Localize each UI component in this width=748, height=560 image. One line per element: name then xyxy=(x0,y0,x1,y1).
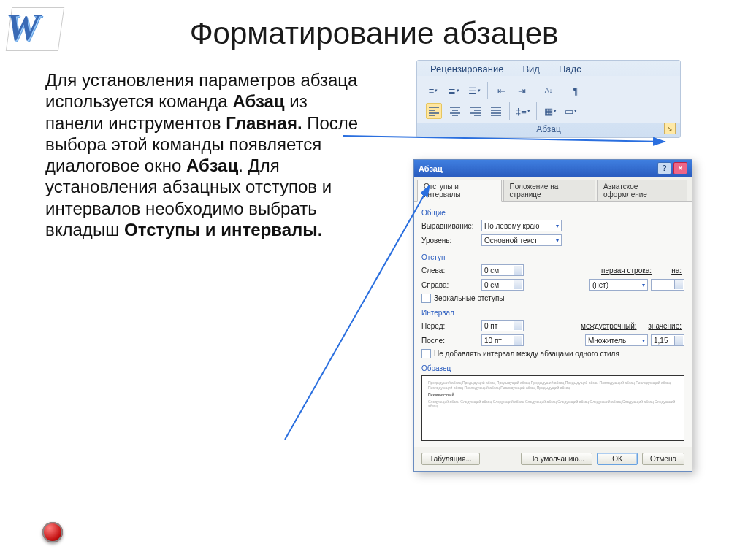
shading-icon[interactable]: ▦ xyxy=(543,104,557,118)
align-right-icon[interactable] xyxy=(468,104,483,118)
align-center-icon[interactable] xyxy=(448,104,462,118)
group-spacing: Интервал xyxy=(421,309,684,317)
special-indent-select[interactable]: (нет) xyxy=(589,279,648,291)
borders-icon[interactable]: ▭ xyxy=(563,104,578,118)
mirror-indents-checkbox[interactable]: Зеркальные отступы xyxy=(421,294,684,303)
default-button[interactable]: По умолчанию... xyxy=(521,453,592,465)
sort-icon[interactable]: А↓ xyxy=(541,83,556,98)
cancel-button[interactable]: Отмена xyxy=(642,453,684,465)
paragraph-dialog: Абзац ? × Отступы и интервалы Положение … xyxy=(413,159,692,472)
ribbon-group-label: Абзац xyxy=(536,124,561,134)
ribbon-paragraph-group: Рецензирование Вид Надс ≡ ≣ ☰ ⇤ ⇥ А↓ ¶ xyxy=(416,60,681,138)
dont-add-space-checkbox[interactable]: Не добавлять интервал между абзацами одн… xyxy=(421,349,684,358)
ribbon-tab-addins[interactable]: Надс xyxy=(559,64,581,74)
space-before-input[interactable]: 0 пт▴▾ xyxy=(481,320,524,331)
special-indent-value-input[interactable]: ▴▾ xyxy=(651,279,684,291)
bullets-icon[interactable]: ≡ xyxy=(426,83,440,98)
line-spacing-icon[interactable]: ‡≡ xyxy=(516,104,530,118)
group-sample: Образец xyxy=(421,364,684,372)
multilevel-list-icon[interactable]: ☰ xyxy=(467,83,481,98)
tab-line-page-breaks[interactable]: Положение на странице xyxy=(503,180,595,201)
ribbon-tab-view[interactable]: Вид xyxy=(522,64,540,74)
line-spacing-value-input[interactable]: 1,15▴▾ xyxy=(651,334,684,346)
record-indicator-icon xyxy=(42,522,63,542)
tab-indents-spacing[interactable]: Отступы и интервалы xyxy=(417,180,502,202)
alignment-select[interactable]: По левому краю xyxy=(481,220,562,231)
body-paragraph: Для установления параметров абзаца испол… xyxy=(45,69,359,240)
space-after-input[interactable]: 10 пт▴▾ xyxy=(481,334,524,346)
increase-indent-icon[interactable]: ⇥ xyxy=(514,83,529,98)
group-indent: Отступ xyxy=(421,253,684,261)
outline-level-select[interactable]: Основной текст xyxy=(481,234,562,246)
indent-right-input[interactable]: 0 см▴▾ xyxy=(481,279,524,291)
indent-left-input[interactable]: 0 см▴▾ xyxy=(481,264,524,276)
align-justify-icon[interactable] xyxy=(489,104,503,118)
decrease-indent-icon[interactable]: ⇤ xyxy=(494,83,508,98)
dialog-launcher-icon[interactable]: ↘ xyxy=(664,123,676,134)
ribbon-tab-review[interactable]: Рецензирование xyxy=(430,64,503,74)
help-icon[interactable]: ? xyxy=(657,162,671,174)
tab-asian-typography[interactable]: Азиатское оформление xyxy=(597,180,687,201)
close-icon[interactable]: × xyxy=(673,162,687,174)
preview-box: Предыдущий абзац Предыдущий абзац Предыд… xyxy=(421,375,684,441)
group-general: Общие xyxy=(421,209,684,217)
tabs-button[interactable]: Табуляция... xyxy=(421,453,480,465)
line-spacing-select[interactable]: Множитель xyxy=(585,334,648,346)
show-marks-icon[interactable]: ¶ xyxy=(568,83,583,98)
ok-button[interactable]: ОК xyxy=(597,453,638,465)
align-left-icon[interactable] xyxy=(426,103,442,119)
page-title: Форматирование абзацев xyxy=(0,16,748,51)
numbering-icon[interactable]: ≣ xyxy=(446,83,461,98)
dialog-title: Абзац xyxy=(419,164,443,173)
